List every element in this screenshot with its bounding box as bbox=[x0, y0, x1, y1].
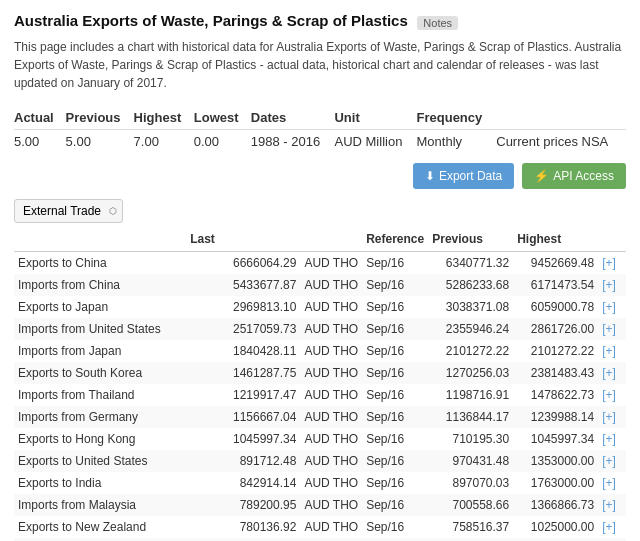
row-ref: Sep/16 bbox=[362, 362, 428, 384]
row-prev: 710195.30 bbox=[428, 428, 513, 450]
api-access-button[interactable]: ⚡ API Access bbox=[522, 163, 626, 189]
col-note bbox=[496, 106, 626, 130]
row-high: 6171473.54 bbox=[513, 274, 598, 296]
row-last: 1461287.75 bbox=[186, 362, 300, 384]
row-name: Imports from China bbox=[14, 274, 186, 296]
row-ref: Sep/16 bbox=[362, 516, 428, 538]
dropdown-wrapper[interactable]: External Trade bbox=[14, 199, 123, 223]
row-plus-link[interactable]: [+] bbox=[602, 432, 616, 446]
row-name: Imports from South Korea bbox=[14, 538, 186, 541]
row-action[interactable]: [+] bbox=[598, 362, 626, 384]
row-name: Imports from Malaysia bbox=[14, 494, 186, 516]
row-plus-link[interactable]: [+] bbox=[602, 476, 616, 490]
row-name: Exports to China bbox=[14, 251, 186, 274]
row-plus-link[interactable]: [+] bbox=[602, 278, 616, 292]
row-action[interactable]: [+] bbox=[598, 318, 626, 340]
row-last: 1840428.11 bbox=[186, 340, 300, 362]
row-ref: Sep/16 bbox=[362, 274, 428, 296]
row-action[interactable]: [+] bbox=[598, 251, 626, 274]
row-action[interactable]: [+] bbox=[598, 274, 626, 296]
table-row: Exports to South Korea 1461287.75 AUD TH… bbox=[14, 362, 626, 384]
export-data-button[interactable]: ⬇ Export Data bbox=[413, 163, 514, 189]
row-plus-link[interactable]: [+] bbox=[602, 520, 616, 534]
data-table: Last Reference Previous Highest Exports … bbox=[14, 227, 626, 541]
row-action[interactable]: [+] bbox=[598, 296, 626, 318]
row-name: Imports from Thailand bbox=[14, 384, 186, 406]
row-plus-link[interactable]: [+] bbox=[602, 322, 616, 336]
row-last: 6666064.29 bbox=[186, 251, 300, 274]
row-prev: 897070.03 bbox=[428, 472, 513, 494]
stat-note: Current prices NSA bbox=[496, 129, 626, 153]
th-last: Last bbox=[186, 227, 300, 252]
table-row: Exports to India 842914.14 AUD THO Sep/1… bbox=[14, 472, 626, 494]
row-name: Imports from Japan bbox=[14, 340, 186, 362]
row-action[interactable]: [+] bbox=[598, 428, 626, 450]
row-high: 1045997.34 bbox=[513, 428, 598, 450]
th-reference: Reference bbox=[362, 227, 428, 252]
row-action[interactable]: [+] bbox=[598, 494, 626, 516]
row-ref: Sep/16 bbox=[362, 318, 428, 340]
page-title: Australia Exports of Waste, Parings & Sc… bbox=[14, 12, 408, 29]
row-unit: AUD THO bbox=[300, 406, 362, 428]
row-plus-link[interactable]: [+] bbox=[602, 256, 616, 270]
row-unit: AUD THO bbox=[300, 384, 362, 406]
row-name: Exports to United States bbox=[14, 450, 186, 472]
row-plus-link[interactable]: [+] bbox=[602, 300, 616, 314]
category-dropdown[interactable]: External Trade bbox=[14, 199, 123, 223]
row-high: 1239988.14 bbox=[513, 406, 598, 428]
row-action[interactable]: [+] bbox=[598, 406, 626, 428]
row-high: 2386005.96 bbox=[513, 538, 598, 541]
row-last: 789200.95 bbox=[186, 494, 300, 516]
row-action[interactable]: [+] bbox=[598, 384, 626, 406]
row-action[interactable]: [+] bbox=[598, 450, 626, 472]
row-plus-link[interactable]: [+] bbox=[602, 454, 616, 468]
row-ref: Sep/16 bbox=[362, 251, 428, 274]
row-plus-link[interactable]: [+] bbox=[602, 388, 616, 402]
table-row: Imports from Thailand 1219917.47 AUD THO… bbox=[14, 384, 626, 406]
row-unit: AUD THO bbox=[300, 516, 362, 538]
table-row: Exports to Japan 2969813.10 AUD THO Sep/… bbox=[14, 296, 626, 318]
row-plus-link[interactable]: [+] bbox=[602, 344, 616, 358]
table-row: Imports from Malaysia 789200.95 AUD THO … bbox=[14, 494, 626, 516]
row-high: 2101272.22 bbox=[513, 340, 598, 362]
row-action[interactable]: [+] bbox=[598, 472, 626, 494]
table-row: Imports from Germany 1156667.04 AUD THO … bbox=[14, 406, 626, 428]
row-ref: Sep/16 bbox=[362, 296, 428, 318]
row-ref: Sep/16 bbox=[362, 472, 428, 494]
row-unit: AUD THO bbox=[300, 450, 362, 472]
row-high: 1025000.00 bbox=[513, 516, 598, 538]
row-prev: 3038371.08 bbox=[428, 296, 513, 318]
row-last: 2517059.73 bbox=[186, 318, 300, 340]
row-prev: 1270256.03 bbox=[428, 362, 513, 384]
row-prev: 700558.66 bbox=[428, 494, 513, 516]
page-wrapper: Australia Exports of Waste, Parings & Sc… bbox=[0, 0, 640, 541]
row-action[interactable]: [+] bbox=[598, 516, 626, 538]
row-name: Exports to Japan bbox=[14, 296, 186, 318]
stat-unit: AUD Million bbox=[334, 129, 416, 153]
notes-badge[interactable]: Notes bbox=[417, 16, 458, 30]
row-action[interactable]: [+] bbox=[598, 340, 626, 362]
table-row: Imports from South Korea 772386.72 AUD T… bbox=[14, 538, 626, 541]
row-last: 2969813.10 bbox=[186, 296, 300, 318]
row-name: Exports to South Korea bbox=[14, 362, 186, 384]
stat-highest: 7.00 bbox=[134, 129, 194, 153]
row-last: 5433677.87 bbox=[186, 274, 300, 296]
data-table-header: Last Reference Previous Highest bbox=[14, 227, 626, 252]
row-prev: 758516.37 bbox=[428, 516, 513, 538]
row-last: 1219917.47 bbox=[186, 384, 300, 406]
th-highest: Highest bbox=[513, 227, 598, 252]
row-plus-link[interactable]: [+] bbox=[602, 498, 616, 512]
download-icon: ⬇ bbox=[425, 169, 435, 183]
th-unit bbox=[300, 227, 362, 252]
row-prev: 1198716.91 bbox=[428, 384, 513, 406]
row-plus-link[interactable]: [+] bbox=[602, 410, 616, 424]
row-plus-link[interactable]: [+] bbox=[602, 366, 616, 380]
stat-frequency: Monthly bbox=[417, 129, 497, 153]
table-row: Imports from United States 2517059.73 AU… bbox=[14, 318, 626, 340]
row-prev: 6340771.32 bbox=[428, 251, 513, 274]
row-name: Imports from Germany bbox=[14, 406, 186, 428]
stats-data-row: 5.00 5.00 7.00 0.00 1988 - 2016 AUD Mill… bbox=[14, 129, 626, 153]
row-ref: Sep/16 bbox=[362, 384, 428, 406]
row-action[interactable]: [+] bbox=[598, 538, 626, 541]
row-last: 891712.48 bbox=[186, 450, 300, 472]
